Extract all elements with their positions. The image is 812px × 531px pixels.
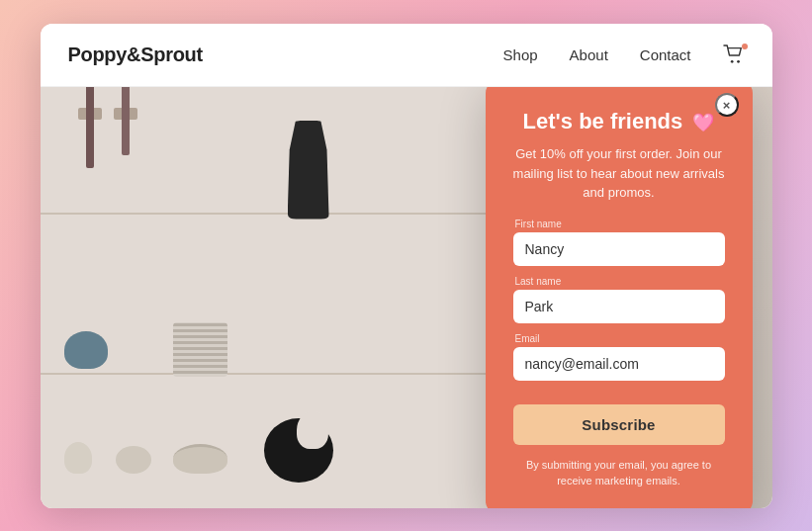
nav-bar: Poppy&Sprout Shop About Contact [41,24,772,87]
first-name-label: First name [513,219,725,229]
subscribe-button[interactable]: Subscribe [513,404,725,445]
modal-overlay: × Let's be friends 🩷 Get 10% off your fi… [41,87,772,508]
modal-close-button[interactable]: × [715,93,739,117]
modal-heart-icon: 🩷 [692,113,714,134]
modal-description: Get 10% off your first order. Join our m… [513,144,725,203]
nav-link-about[interactable]: About [570,46,608,63]
nav-links: Shop About Contact [503,44,745,64]
email-label: Email [513,333,725,344]
browser-window: Poppy&Sprout Shop About Contact [41,24,772,508]
subscribe-modal: × Let's be friends 🩷 Get 10% off your fi… [486,87,753,508]
svg-point-0 [730,60,733,63]
site-logo: Poppy&Sprout [68,44,203,66]
modal-title: Let's be friends 🩷 [513,109,725,134]
nav-link-shop[interactable]: Shop [503,46,538,63]
cart-dot [742,44,748,49]
modal-title-text: Let's be friends [523,109,683,133]
email-input[interactable] [513,347,725,381]
cart-button[interactable] [723,44,745,64]
first-name-input[interactable] [513,232,725,266]
last-name-group: Last name [513,276,725,323]
last-name-label: Last name [513,276,725,287]
main-content: × Let's be friends 🩷 Get 10% off your fi… [41,87,772,508]
last-name-input[interactable] [513,290,725,323]
first-name-group: First name [513,219,725,266]
svg-point-1 [737,60,740,63]
email-group: Email [513,333,725,381]
nav-link-contact[interactable]: Contact [640,46,691,63]
modal-footer-text: By submitting your email, you agree to r… [513,457,725,489]
